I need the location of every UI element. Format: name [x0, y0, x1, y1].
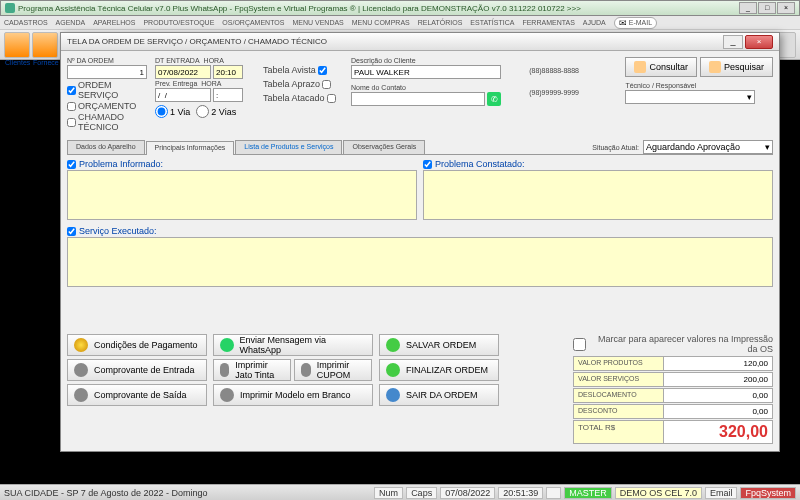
- menu-aparelhos[interactable]: APARELHOS: [93, 19, 135, 26]
- chk-ct[interactable]: [67, 118, 76, 127]
- fornecedores-icon[interactable]: Fornece: [32, 32, 58, 58]
- prev-entrega-input[interactable]: [155, 88, 211, 102]
- serv-executado-textarea[interactable]: [67, 237, 773, 287]
- menu-vendas[interactable]: MENU VENDAS: [292, 19, 343, 26]
- menu-ferramentas[interactable]: FERRAMENTAS: [522, 19, 574, 26]
- chk-aprazo[interactable]: [322, 80, 331, 89]
- dialog-titlebar: TELA DA ORDEM DE SERVIÇO / ORÇAMENTO / C…: [61, 33, 779, 51]
- window-titlebar: Programa Assistência Técnica Celular v7.…: [0, 0, 800, 16]
- prob-informado-textarea[interactable]: [67, 170, 417, 220]
- chk-atacado[interactable]: [327, 94, 336, 103]
- consultar-button[interactable]: Consultar: [625, 57, 697, 77]
- chk-prob-inf[interactable]: [67, 160, 76, 169]
- status-email[interactable]: Email: [705, 487, 738, 499]
- chk-orc[interactable]: [67, 102, 76, 111]
- whatsapp-button[interactable]: Enviar Mensagem via WhatsApp: [213, 334, 373, 356]
- order-num-label: Nº DA ORDEM: [67, 57, 147, 64]
- radio-2vias[interactable]: [196, 105, 209, 118]
- valor-produtos: 120,00: [664, 357, 772, 370]
- valor-total: 320,00: [664, 421, 772, 443]
- email-button[interactable]: ✉ E-MAIL: [614, 17, 657, 29]
- doc-icon: [74, 363, 88, 377]
- order-num-input[interactable]: [67, 65, 147, 79]
- finalizar-button[interactable]: FINALIZAR ORDEM: [379, 359, 499, 381]
- status-blank: [546, 487, 561, 499]
- money-icon: [74, 338, 88, 352]
- status-city: SUA CIDADE - SP 7 de Agosto de 2022 - Do…: [4, 488, 207, 498]
- cupom-button[interactable]: Imprimir CUPOM: [294, 359, 372, 381]
- chk-prob-const[interactable]: [423, 160, 432, 169]
- comp-saida-button[interactable]: Comprovante de Saída: [67, 384, 207, 406]
- menu-ajuda[interactable]: AJUDA: [583, 19, 606, 26]
- radio-1via[interactable]: [155, 105, 168, 118]
- dt-entrada-input[interactable]: [155, 65, 211, 79]
- dialog-minimize-button[interactable]: _: [723, 35, 743, 49]
- valor-servicos: 200,00: [664, 373, 772, 386]
- tab-lista-produtos[interactable]: Lista de Produtos e Serviços: [235, 140, 342, 154]
- printer-icon: [220, 388, 234, 402]
- printer-icon: [220, 363, 229, 377]
- marker-checkbox-label: Marcar para aparecer valores na Impressã…: [573, 334, 773, 354]
- menu-relatorios[interactable]: RELATÓRIOS: [418, 19, 463, 26]
- order-dialog: TELA DA ORDEM DE SERVIÇO / ORÇAMENTO / C…: [60, 32, 780, 452]
- sair-button[interactable]: SAIR DA ORDEM: [379, 384, 499, 406]
- printer-icon: [301, 363, 311, 377]
- window-title: Programa Assistência Técnica Celular v7.…: [18, 4, 739, 13]
- app-icon: [5, 3, 15, 13]
- dialog-title: TELA DA ORDEM DE SERVIÇO / ORÇAMENTO / C…: [67, 37, 723, 46]
- maximize-button[interactable]: □: [758, 2, 776, 14]
- search-icon: [634, 61, 646, 73]
- status-num: Num: [374, 487, 403, 499]
- status-bar: SUA CIDADE - SP 7 de Agosto de 2022 - Do…: [0, 484, 800, 500]
- cliente-desc-input[interactable]: [351, 65, 501, 79]
- chevron-down-icon: ▾: [765, 142, 770, 152]
- flag-icon: [386, 363, 400, 377]
- exit-icon: [386, 388, 400, 402]
- status-time: 20:51:39: [498, 487, 543, 499]
- chk-marker[interactable]: [573, 338, 586, 351]
- prob-constatado-textarea[interactable]: [423, 170, 773, 220]
- salvar-button[interactable]: SALVAR ORDEM: [379, 334, 499, 356]
- doc-icon: [74, 388, 88, 402]
- tab-dados-aparelho[interactable]: Dados do Aparelho: [67, 140, 145, 154]
- minimize-button[interactable]: _: [739, 2, 757, 14]
- menu-bar: CADASTROS AGENDA APARELHOS PRODUTO/ESTOQ…: [0, 16, 800, 30]
- close-button[interactable]: ×: [777, 2, 795, 14]
- search-icon: [709, 61, 721, 73]
- menu-cadastros[interactable]: CADASTROS: [4, 19, 48, 26]
- status-date: 07/08/2022: [440, 487, 495, 499]
- chevron-down-icon: ▾: [747, 92, 752, 102]
- menu-os[interactable]: OS/ORÇAMENTOS: [222, 19, 284, 26]
- whatsapp-icon: [220, 338, 234, 352]
- branco-button[interactable]: Imprimir Modelo em Branco: [213, 384, 373, 406]
- menu-produto[interactable]: PRODUTO/ESTOQUE: [143, 19, 214, 26]
- menu-compras[interactable]: MENU COMPRAS: [352, 19, 410, 26]
- chk-avista[interactable]: [318, 66, 327, 75]
- whatsapp-icon[interactable]: ✆: [487, 92, 501, 106]
- chk-serv-exec[interactable]: [67, 227, 76, 236]
- check-icon: [386, 338, 400, 352]
- hora-input[interactable]: [213, 65, 243, 79]
- pesquisar-button[interactable]: Pesquisar: [700, 57, 773, 77]
- cond-pagamento-button[interactable]: Condições de Pagamento: [67, 334, 207, 356]
- valor-desconto: 0,00: [664, 405, 772, 418]
- prev-hora-input[interactable]: [213, 88, 243, 102]
- comp-entrada-button[interactable]: Comprovante de Entrada: [67, 359, 207, 381]
- status-fpq[interactable]: FpqSystem: [740, 487, 796, 499]
- tab-observacoes[interactable]: Observações Gerais: [343, 140, 425, 154]
- valor-deslocamento: 0,00: [664, 389, 772, 402]
- chk-os[interactable]: [67, 86, 76, 95]
- dialog-close-button[interactable]: ×: [745, 35, 773, 49]
- menu-estatistica[interactable]: ESTATÍSTICA: [470, 19, 514, 26]
- tecnico-dropdown[interactable]: ▾: [625, 90, 755, 104]
- situacao-dropdown[interactable]: Aguardando Aprovação▾: [643, 140, 773, 154]
- status-master: MASTER: [564, 487, 612, 499]
- status-demo: DEMO OS CEL 7.0: [615, 487, 702, 499]
- menu-agenda[interactable]: AGENDA: [56, 19, 86, 26]
- clientes-icon[interactable]: Clientes: [4, 32, 30, 58]
- status-caps: Caps: [406, 487, 437, 499]
- contato-input[interactable]: [351, 92, 485, 106]
- jato-button[interactable]: Imprimir Jato Tinta: [213, 359, 291, 381]
- tab-principais-info[interactable]: Principais Informações: [146, 141, 235, 155]
